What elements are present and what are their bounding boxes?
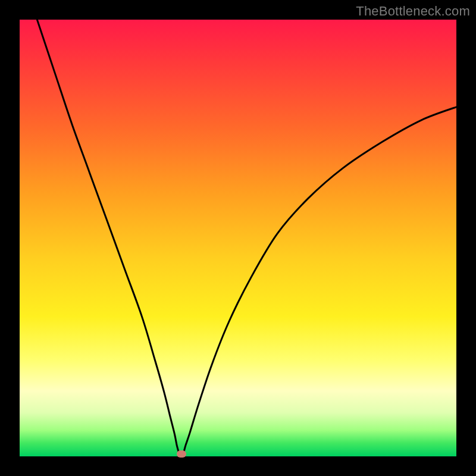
optimal-point-marker — [177, 450, 186, 458]
watermark-text: TheBottleneck.com — [356, 4, 470, 19]
chart-frame: TheBottleneck.com — [0, 0, 476, 476]
bottleneck-curve — [37, 20, 456, 456]
curve-svg — [20, 20, 456, 456]
plot-area — [20, 20, 456, 456]
